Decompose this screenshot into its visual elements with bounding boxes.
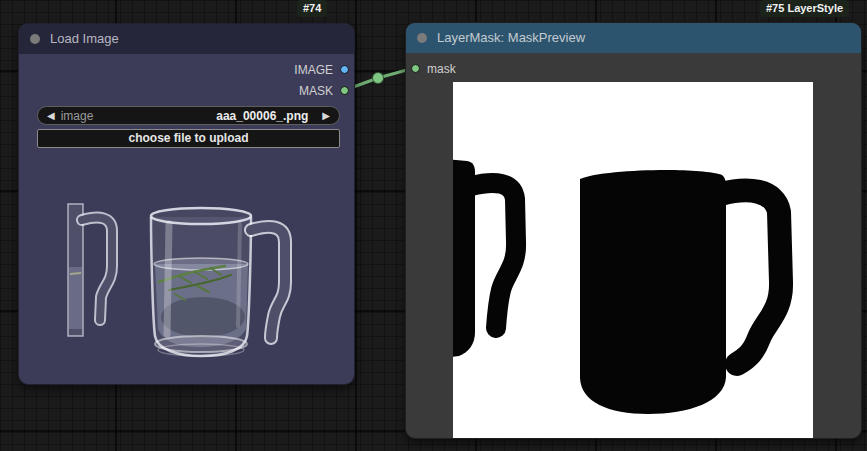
output-dot-mask[interactable] [340, 86, 349, 95]
image-combo-widget[interactable]: ◀ image aaa_00006_.png ▶ [37, 106, 340, 125]
input-label-mask: mask [427, 60, 456, 78]
link-midpoint-dot [373, 73, 384, 84]
input-dot-mask[interactable] [411, 64, 420, 73]
prev-arrow-icon[interactable]: ◀ [47, 106, 55, 125]
node-editor-canvas[interactable]: #74 #75 LayerStyle Load Image IMAGE MASK… [0, 0, 867, 451]
input-slot-mask: mask [406, 60, 526, 78]
load-image-title: Load Image [50, 24, 119, 54]
output-dot-image[interactable] [340, 65, 349, 74]
mask-preview-image [453, 82, 813, 438]
choose-file-button[interactable]: choose file to upload [37, 129, 340, 148]
node-badge-74: #74 [297, 0, 327, 17]
image-preview [19, 154, 356, 386]
mask-preview-title-bar[interactable]: LayerMask: MaskPreview [406, 23, 861, 53]
combo-widget-label: image [61, 109, 94, 123]
node-load-image[interactable]: Load Image IMAGE MASK ◀ image aaa_00006_… [18, 23, 355, 385]
mask-preview-title: LayerMask: MaskPreview [437, 23, 585, 53]
load-image-title-bar[interactable]: Load Image [19, 24, 354, 54]
node-badge-75: #75 LayerStyle [760, 0, 849, 17]
combo-widget-value: aaa_00006_.png [216, 109, 308, 123]
left-mug-handle [82, 218, 112, 320]
collapse-dot-icon[interactable] [30, 34, 40, 44]
next-arrow-icon[interactable]: ▶ [322, 106, 330, 125]
output-slot-image: IMAGE [234, 61, 354, 79]
collapse-dot-icon[interactable] [417, 33, 427, 43]
output-label-image: IMAGE [294, 61, 333, 79]
output-label-mask: MASK [299, 82, 333, 100]
node-mask-preview[interactable]: LayerMask: MaskPreview mask [405, 22, 862, 439]
main-mug-handle [251, 227, 285, 338]
output-slot-mask: MASK [234, 82, 354, 100]
